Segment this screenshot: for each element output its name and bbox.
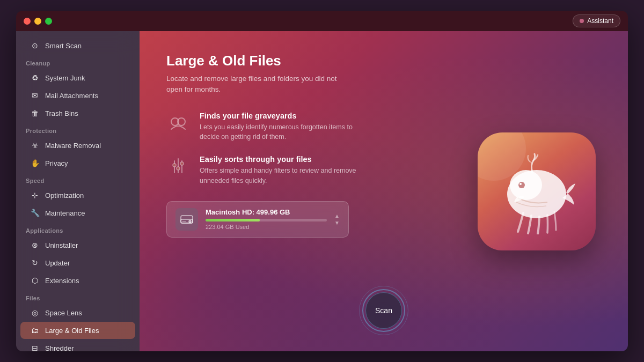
feature-graveyards-text: Finds your file graveyards Lets you easi…: [200, 112, 361, 143]
svg-point-9: [173, 164, 176, 167]
sidebar-item-maintenance[interactable]: 🔧 Maintenance: [20, 204, 135, 221]
sidebar-item-label: Space Lens: [45, 309, 82, 317]
graveyards-icon: [166, 112, 190, 135]
sidebar-item-updater[interactable]: ↻ Updater: [20, 254, 135, 271]
sidebar-item-label: Maintenance: [45, 209, 85, 217]
drive-selector[interactable]: Macintosh HD: 499.96 GB 223.04 GB Used ▲…: [166, 201, 349, 238]
sidebar-item-large-old-files[interactable]: 🗂 Large & Old Files: [20, 322, 135, 339]
sidebar-item-trash-bins[interactable]: 🗑 Trash Bins: [20, 105, 135, 122]
svg-point-10: [177, 167, 180, 170]
scan-button-container: Scan: [362, 289, 405, 332]
section-label-protection: Protection: [16, 122, 140, 136]
sidebar-item-extensions[interactable]: ⬡ Extensions: [20, 272, 135, 289]
page-title: Large & Old Files: [166, 53, 601, 69]
sidebar-item-label: Malware Removal: [45, 142, 101, 150]
sidebar-item-optimization[interactable]: ⊹ Optimization: [20, 187, 135, 204]
sidebar-item-label: Trash Bins: [45, 109, 78, 117]
assistant-label: Assistant: [587, 17, 613, 25]
assistant-dot-icon: [580, 19, 584, 23]
feature-desc: Offers simple and handy filters to revie…: [200, 166, 361, 186]
sidebar-item-label: Uninstaller: [45, 241, 78, 249]
scan-button[interactable]: Scan: [365, 292, 402, 329]
sidebar: ⊙ Smart Scan Cleanup ♻ System Junk ✉ Mai…: [16, 31, 140, 351]
app-window: Assistant ⊙ Smart Scan Cleanup ♻ System …: [16, 11, 628, 351]
svg-point-14: [189, 220, 191, 223]
space-lens-icon: ◎: [30, 308, 40, 317]
sidebar-item-smart-scan[interactable]: ⊙ Smart Scan: [20, 37, 135, 54]
traffic-lights: [24, 18, 52, 25]
page-subtitle: Locate and remove large files and folder…: [166, 73, 349, 95]
trash-bins-icon: 🗑: [30, 108, 40, 118]
drive-icon: [175, 208, 198, 231]
smart-scan-icon: ⊙: [30, 41, 40, 50]
sidebar-item-label: Optimization: [45, 191, 84, 200]
sidebar-item-label: Shredder: [45, 344, 74, 352]
drive-bar-fill: [206, 219, 260, 221]
sidebar-item-label: Privacy: [45, 159, 68, 167]
malware-removal-icon: ☣: [30, 141, 40, 150]
drive-chevron-icon: ▲ ▼: [334, 213, 340, 226]
app-body: ⊙ Smart Scan Cleanup ♻ System Junk ✉ Mai…: [16, 31, 628, 351]
feature-desc: Lets you easily identify numerous forgot…: [200, 122, 361, 143]
sidebar-item-space-lens[interactable]: ◎ Space Lens: [20, 304, 135, 321]
updater-icon: ↻: [30, 258, 40, 268]
section-label-files: Files: [16, 290, 140, 304]
scan-ring: Scan: [362, 289, 405, 332]
feature-title: Finds your file graveyards: [200, 112, 361, 120]
sidebar-item-label: Mail Attachments: [45, 92, 98, 100]
system-junk-icon: ♻: [30, 73, 40, 83]
sorts-icon: [166, 155, 190, 179]
maintenance-icon: 🔧: [30, 208, 40, 218]
sidebar-item-uninstaller[interactable]: ⊗ Uninstaller: [20, 237, 135, 254]
sidebar-item-label: Extensions: [45, 277, 79, 285]
feature-sorts-text: Easily sorts through your files Offers s…: [200, 155, 361, 186]
optimization-icon: ⊹: [30, 190, 40, 200]
titlebar: Assistant: [16, 11, 628, 31]
close-button[interactable]: [24, 18, 31, 25]
main-content: Large & Old Files Locate and remove larg…: [140, 31, 628, 351]
sidebar-item-label: Smart Scan: [45, 42, 82, 50]
large-old-files-icon: 🗂: [30, 326, 40, 335]
section-label-speed: Speed: [16, 172, 140, 186]
drive-bar-track: [206, 219, 327, 221]
mail-attachments-icon: ✉: [30, 91, 40, 100]
sidebar-item-system-junk[interactable]: ♻ System Junk: [20, 69, 135, 86]
sidebar-item-privacy[interactable]: ✋ Privacy: [20, 154, 135, 172]
maximize-button[interactable]: [45, 18, 52, 25]
shredder-icon: ⊟: [30, 343, 40, 351]
sidebar-item-label: System Junk: [45, 74, 85, 82]
drive-used: 223.04 GB Used: [206, 224, 327, 230]
sidebar-item-label: Updater: [45, 259, 70, 267]
feature-title: Easily sorts through your files: [200, 155, 361, 164]
sidebar-item-mail-attachments[interactable]: ✉ Mail Attachments: [20, 87, 135, 104]
svg-point-11: [180, 162, 184, 165]
drive-name: Macintosh HD: 499.96 GB: [206, 208, 327, 216]
uninstaller-icon: ⊗: [30, 240, 40, 250]
sidebar-item-label: Large & Old Files: [45, 327, 99, 335]
extensions-icon: ⬡: [30, 276, 40, 285]
drive-info: Macintosh HD: 499.96 GB 223.04 GB Used: [206, 208, 327, 230]
feature-sorts: Easily sorts through your files Offers s…: [166, 155, 601, 186]
minimize-button[interactable]: [34, 18, 41, 25]
sidebar-item-malware-removal[interactable]: ☣ Malware Removal: [20, 137, 135, 154]
features-list: Finds your file graveyards Lets you easi…: [166, 112, 601, 186]
privacy-icon: ✋: [30, 158, 40, 168]
feature-graveyards: Finds your file graveyards Lets you easi…: [166, 112, 601, 143]
section-label-applications: Applications: [16, 222, 140, 236]
assistant-button[interactable]: Assistant: [573, 14, 620, 27]
sidebar-item-shredder[interactable]: ⊟ Shredder: [20, 339, 135, 351]
section-label-cleanup: Cleanup: [16, 55, 140, 69]
